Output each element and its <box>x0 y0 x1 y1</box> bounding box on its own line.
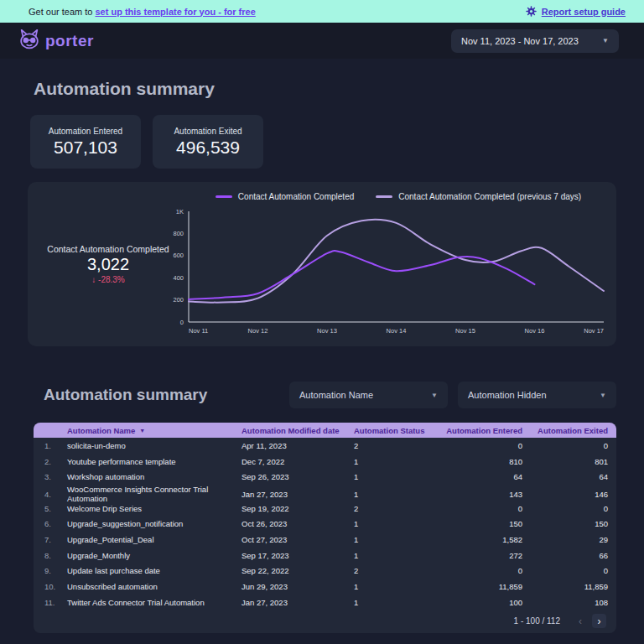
table-row[interactable]: 3. Workshop automation Sep 26, 2023 1 64… <box>34 469 616 485</box>
scorecard-value: 507,103 <box>54 138 117 158</box>
cell-automation-name: Upgrade_Monthly <box>67 551 242 560</box>
cell-modified-date: Jun 29, 2023 <box>242 582 354 591</box>
app-header: porter Nov 11, 2023 - Nov 17, 2023 ▼ <box>0 23 644 59</box>
cell-entered: 0 <box>428 566 524 575</box>
cell-index: 9. <box>34 566 67 575</box>
cell-automation-name: Welcome Drip Series <box>67 504 242 513</box>
pagination-info: 1 - 100 / 112 <box>514 616 560 626</box>
table-row[interactable]: 4. WooCommerce Insights Connector Trial … <box>34 485 616 501</box>
cell-entered: 272 <box>428 551 524 560</box>
table-section-title: Automation summary <box>44 386 289 404</box>
date-range-picker[interactable]: Nov 11, 2023 - Nov 17, 2023 ▼ <box>451 29 619 53</box>
column-header-modified-date[interactable]: Automation Modified date <box>242 426 354 435</box>
cell-entered: 810 <box>428 457 524 466</box>
cell-modified-date: Sep 17, 2023 <box>242 551 354 560</box>
cell-status: 1 <box>354 535 428 544</box>
table-footer: 1 - 100 / 112 ‹ › <box>34 612 616 633</box>
time-series-chart-card: Contact Automation Completed 3,022 ↓ -28… <box>28 182 616 346</box>
svg-text:400: 400 <box>173 274 184 282</box>
cell-automation-name: Youtube performance template <box>67 457 242 466</box>
cell-index: 11. <box>34 598 67 607</box>
cell-automation-name: Upgrade_suggestion_notification <box>67 519 242 528</box>
cell-entered: 150 <box>428 519 524 528</box>
chevron-down-icon: ▼ <box>602 37 609 44</box>
cell-exited: 0 <box>524 566 616 575</box>
cell-automation-name: Workshop automation <box>67 472 242 481</box>
cell-exited: 64 <box>524 472 616 481</box>
cell-modified-date: Jan 27, 2023 <box>242 598 354 607</box>
cell-exited: 0 <box>524 504 616 513</box>
cell-exited: 0 <box>524 441 616 450</box>
cell-status: 1 <box>354 582 428 591</box>
cell-index: 4. <box>34 490 67 499</box>
scorecard-label: Automation Entered <box>49 127 122 136</box>
table-filters: Automation Name ▼ Automation Hidden ▼ <box>289 382 616 408</box>
cell-modified-date: Oct 27, 2023 <box>242 535 354 544</box>
setup-template-link[interactable]: set up this template for you - for free <box>95 7 255 17</box>
cell-automation-name: Upgrade_Potential_Deal <box>67 535 242 544</box>
svg-text:200: 200 <box>173 296 184 304</box>
banner-message: Get our team to set up this template for… <box>29 7 256 17</box>
svg-text:Nov 13: Nov 13 <box>317 327 337 335</box>
table-row[interactable]: 11. Twitter Ads Connector Trial Automati… <box>34 595 616 610</box>
cell-automation-name: Twitter Ads Connector Trial Automation <box>67 598 242 607</box>
table-row[interactable]: 9. Update last purchase date Sep 22, 202… <box>34 564 616 579</box>
pagination-next-icon[interactable]: › <box>592 614 606 628</box>
cell-status: 1 <box>354 457 428 466</box>
svg-text:1K: 1K <box>176 208 184 216</box>
svg-text:Nov 17: Nov 17 <box>584 327 604 335</box>
cell-status: 1 <box>354 490 428 499</box>
table-row[interactable]: 10. Unsubscribed automation Jun 29, 2023… <box>34 579 616 595</box>
filter-label: Automation Hidden <box>468 390 547 400</box>
pagination-prev-icon[interactable]: ‹ <box>574 615 587 628</box>
cell-index: 3. <box>34 472 67 481</box>
column-header-automation-name[interactable]: Automation Name ▼ <box>67 426 242 435</box>
cell-index: 5. <box>34 504 67 513</box>
table-row[interactable]: 8. Upgrade_Monthly Sep 17, 2023 1 272 66 <box>34 548 616 564</box>
banner-prefix: Get our team to <box>29 7 95 17</box>
cell-modified-date: Dec 7, 2022 <box>242 457 354 466</box>
table-row[interactable]: 7. Upgrade_Potential_Deal Oct 27, 2023 1… <box>34 532 616 548</box>
cell-entered: 0 <box>428 504 524 513</box>
table-row[interactable]: 6. Upgrade_suggestion_notification Oct 2… <box>34 516 616 532</box>
cell-automation-name: Update last purchase date <box>67 566 242 575</box>
scorecard-automation-exited: Automation Exited 496,539 <box>153 115 263 169</box>
svg-text:Nov 16: Nov 16 <box>525 327 545 335</box>
cell-entered: 0 <box>428 441 524 450</box>
cell-status: 2 <box>354 504 428 513</box>
filter-automation-hidden[interactable]: Automation Hidden ▼ <box>458 382 616 408</box>
line-chart: 02004006008001KNov 11Nov 12Nov 13Nov 14N… <box>28 182 616 346</box>
cell-entered: 100 <box>428 598 524 607</box>
cell-status: 1 <box>354 472 428 481</box>
column-header-entered[interactable]: Automation Entered <box>428 426 524 435</box>
cell-exited: 146 <box>524 490 616 499</box>
cell-exited: 66 <box>524 551 616 560</box>
svg-text:Nov 15: Nov 15 <box>455 327 475 335</box>
cell-index: 6. <box>34 519 67 528</box>
cell-entered: 143 <box>428 490 524 499</box>
filter-label: Automation Name <box>299 390 373 400</box>
cell-index: 8. <box>34 551 67 560</box>
scorecard-automation-entered: Automation Entered 507,103 <box>30 115 141 169</box>
date-range-value: Nov 11, 2023 - Nov 17, 2023 <box>461 36 579 46</box>
cell-exited: 11,859 <box>524 582 616 591</box>
cell-modified-date: Sep 19, 2022 <box>242 504 354 513</box>
table-row[interactable]: 1. solicita-un-demo Apr 11, 2023 2 0 0 <box>34 438 616 454</box>
table-row[interactable]: 2. Youtube performance template Dec 7, 2… <box>34 454 616 470</box>
porter-logo: porter <box>17 27 94 55</box>
chevron-down-icon: ▼ <box>431 392 438 399</box>
cell-index: 7. <box>34 535 67 544</box>
table-body: 1. solicita-un-demo Apr 11, 2023 2 0 0 2… <box>34 438 616 612</box>
cell-exited: 150 <box>524 519 616 528</box>
scorecard-label: Automation Exited <box>174 127 242 136</box>
column-header-exited[interactable]: Automation Exited <box>524 426 616 435</box>
cell-modified-date: Jan 27, 2023 <box>242 490 354 499</box>
cell-status: 1 <box>354 551 428 560</box>
table-header-row: Automation Name ▼ Automation Modified da… <box>34 423 616 438</box>
report-setup-guide-link[interactable]: Report setup guide <box>542 7 626 17</box>
filter-automation-name[interactable]: Automation Name ▼ <box>289 382 448 408</box>
cell-modified-date: Oct 26, 2023 <box>242 519 354 528</box>
logo-wordmark: porter <box>45 32 94 50</box>
column-header-status[interactable]: Automation Status <box>354 426 428 435</box>
cell-status: 2 <box>354 566 428 575</box>
